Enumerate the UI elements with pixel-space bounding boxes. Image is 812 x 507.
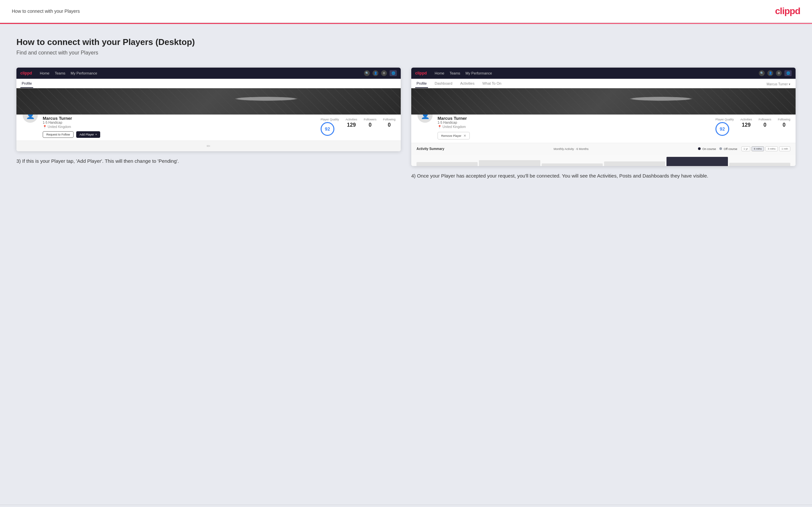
activity-legend: On course Off course bbox=[698, 147, 738, 151]
activity-summary-title: Activity Summary bbox=[416, 147, 444, 151]
right-profile-area: 👤 Marcus Turner 1-5 Handicap 📍 United Ki… bbox=[411, 115, 796, 143]
activity-mini-chart bbox=[411, 155, 796, 166]
filter-1mth[interactable]: 1 mth bbox=[779, 146, 790, 151]
right-settings-icon[interactable]: ⚙ bbox=[776, 70, 782, 76]
chart-bar-6 bbox=[729, 163, 790, 166]
activity-summary-bar: Activity Summary Monthly Activity · 6 Mo… bbox=[411, 143, 796, 155]
right-hero-image bbox=[411, 88, 796, 115]
left-nav-icons: 🔍 👤 ⚙ 🌐 bbox=[364, 70, 397, 76]
chart-bar-5 bbox=[666, 157, 727, 166]
golf-overlay bbox=[16, 88, 401, 115]
top-bar: How to connect with your Players clippd bbox=[0, 0, 812, 23]
page-footer: Copyright Clippd 2022 bbox=[0, 505, 812, 507]
right-remove-area: Remove Player ✕ bbox=[438, 130, 711, 143]
offcourse-dot bbox=[719, 147, 722, 150]
request-follow-button[interactable]: Request to Follow bbox=[43, 131, 73, 138]
right-profile-row: 👤 Marcus Turner 1-5 Handicap 📍 United Ki… bbox=[416, 115, 790, 143]
chart-bar-4 bbox=[604, 161, 665, 166]
right-description: 4) Once your Player has accepted your re… bbox=[411, 172, 796, 180]
left-description: 3) If this is your Player tap, 'Add Play… bbox=[16, 157, 401, 165]
right-tabbar: Profile Dashboard Activities What To On … bbox=[411, 79, 796, 88]
right-profile-name: Marcus Turner bbox=[438, 116, 711, 121]
remove-x-icon: ✕ bbox=[463, 134, 466, 137]
oncourse-legend: On course bbox=[698, 147, 716, 151]
right-stats: Player Quality 92 Activities 129 Followe bbox=[715, 115, 790, 140]
mockup-row: clippd Home Teams My Performance 🔍 👤 ⚙ 🌐… bbox=[16, 68, 796, 180]
left-navbar: clippd Home Teams My Performance 🔍 👤 ⚙ 🌐 bbox=[16, 68, 401, 79]
left-nav-logo: clippd bbox=[20, 71, 32, 75]
right-profile-location: 📍 United Kingdom bbox=[438, 125, 711, 129]
plus-icon: + bbox=[95, 133, 97, 136]
add-player-button[interactable]: Add Player + bbox=[76, 131, 100, 138]
left-profile-actions: Request to Follow Add Player + bbox=[43, 131, 317, 138]
right-golf-overlay bbox=[411, 88, 796, 115]
right-search-icon[interactable]: 🔍 bbox=[759, 70, 765, 76]
tab-activities-right[interactable]: Activities bbox=[459, 79, 476, 88]
quality-circle: 92 bbox=[320, 122, 335, 136]
filter-6mths[interactable]: 6 mths bbox=[752, 146, 764, 151]
right-nav-teams[interactable]: Teams bbox=[450, 71, 460, 75]
left-tabbar: Profile bbox=[16, 79, 401, 88]
oncourse-dot bbox=[698, 147, 701, 150]
right-stat-quality: Player Quality 92 bbox=[715, 118, 734, 136]
right-nav-home[interactable]: Home bbox=[435, 71, 444, 75]
right-stat-following: Following 0 bbox=[778, 118, 790, 128]
left-profile-row: 👤 Marcus Turner 1-5 Handicap 📍 United Ki… bbox=[22, 115, 396, 140]
left-hero-image bbox=[16, 88, 401, 115]
browser-mockup-left: clippd Home Teams My Performance 🔍 👤 ⚙ 🌐… bbox=[16, 68, 401, 151]
browser-mockup-right: clippd Home Teams My Performance 🔍 👤 ⚙ 🌐… bbox=[411, 68, 796, 166]
filter-3mths[interactable]: 3 mths bbox=[765, 146, 778, 151]
chart-bar-1 bbox=[416, 162, 477, 166]
filter-1yr[interactable]: 1 yr bbox=[742, 146, 750, 151]
right-profile-icon[interactable]: 👤 bbox=[767, 70, 773, 76]
profile-icon[interactable]: 👤 bbox=[372, 70, 378, 76]
left-nav-performance[interactable]: My Performance bbox=[70, 71, 97, 75]
right-profile-info: Marcus Turner 1-5 Handicap 📍 United King… bbox=[438, 115, 711, 143]
page-title: How to connect with your Players (Deskto… bbox=[16, 37, 796, 47]
location-pin-icon: 📍 bbox=[43, 125, 47, 129]
stat-quality: Player Quality 92 bbox=[320, 118, 339, 136]
left-profile-handicap: 1-5 Handicap bbox=[43, 121, 317, 124]
left-nav-teams[interactable]: Teams bbox=[55, 71, 65, 75]
left-stats: Player Quality 92 Activities 129 Followe bbox=[320, 115, 396, 140]
tab-user-dropdown[interactable]: Marcus Turner ▾ bbox=[765, 80, 792, 88]
page-subtitle: Find and connect with your Players bbox=[16, 50, 796, 56]
left-profile-info: Marcus Turner 1-5 Handicap 📍 United King… bbox=[43, 115, 317, 138]
tab-dashboard-right[interactable]: Dashboard bbox=[433, 79, 454, 88]
tab-what-to-on[interactable]: What To On bbox=[481, 79, 503, 88]
clippd-logo: clippd bbox=[775, 6, 800, 16]
right-nav-logo: clippd bbox=[415, 71, 427, 75]
tab-profile-left[interactable]: Profile bbox=[20, 79, 33, 88]
activity-period: Monthly Activity · 6 Months bbox=[448, 147, 694, 151]
right-location-pin-icon: 📍 bbox=[438, 125, 442, 129]
left-profile-name: Marcus Turner bbox=[43, 116, 317, 121]
left-edit-area: ✏ bbox=[16, 140, 401, 151]
right-stat-followers: Followers 0 bbox=[758, 118, 771, 128]
remove-player-button[interactable]: Remove Player ✕ bbox=[438, 132, 470, 139]
mockup-right: clippd Home Teams My Performance 🔍 👤 ⚙ 🌐… bbox=[411, 68, 796, 180]
right-profile-handicap: 1-5 Handicap bbox=[438, 121, 711, 124]
right-nav-performance[interactable]: My Performance bbox=[465, 71, 492, 75]
mockup-left: clippd Home Teams My Performance 🔍 👤 ⚙ 🌐… bbox=[16, 68, 401, 180]
right-quality-circle: 92 bbox=[715, 122, 729, 136]
left-profile-area: 👤 Marcus Turner 1-5 Handicap 📍 United Ki… bbox=[16, 115, 401, 140]
tab-profile-right[interactable]: Profile bbox=[415, 79, 428, 88]
settings-icon[interactable]: ⚙ bbox=[381, 70, 387, 76]
chart-bar-3 bbox=[542, 163, 603, 166]
chart-bar-2 bbox=[479, 160, 540, 166]
stat-activities: Activities 129 bbox=[346, 118, 357, 128]
right-navbar: clippd Home Teams My Performance 🔍 👤 ⚙ 🌐 bbox=[411, 68, 796, 79]
right-stat-activities: Activities 129 bbox=[741, 118, 752, 128]
main-content: How to connect with your Players (Deskto… bbox=[0, 24, 812, 505]
edit-icon: ✏ bbox=[207, 144, 211, 149]
left-profile-location: 📍 United Kingdom bbox=[43, 125, 317, 129]
right-language-icon[interactable]: 🌐 bbox=[784, 70, 792, 76]
search-icon[interactable]: 🔍 bbox=[364, 70, 370, 76]
stat-following: Following 0 bbox=[383, 118, 396, 128]
right-nav-icons: 🔍 👤 ⚙ 🌐 bbox=[759, 70, 792, 76]
left-nav-home[interactable]: Home bbox=[40, 71, 49, 75]
stat-followers: Followers 0 bbox=[364, 118, 376, 128]
language-icon[interactable]: 🌐 bbox=[390, 70, 397, 76]
page-breadcrumb: How to connect with your Players bbox=[12, 8, 80, 14]
offcourse-legend: Off course bbox=[719, 147, 738, 151]
